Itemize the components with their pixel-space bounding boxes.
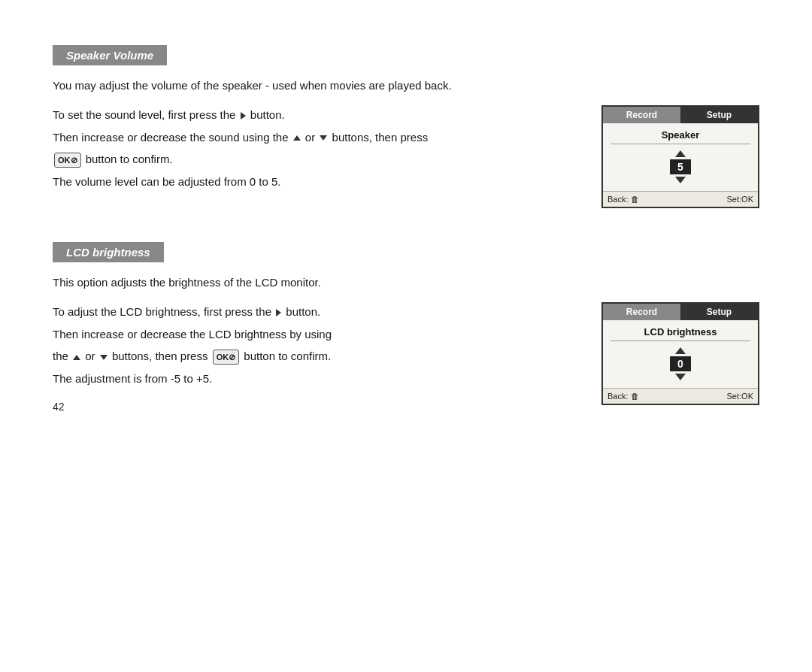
- lcd-brightness-value: 0: [670, 356, 691, 371]
- lcd-brightness-back: Back: 🗑: [607, 392, 639, 401]
- page-number: 42: [53, 401, 65, 413]
- arrow-up-icon-2: [73, 355, 80, 360]
- lcd-brightness-text: To adjust the LCD brightness, first pres…: [53, 302, 579, 391]
- lcd-instruction-3: the or buttons, then press OK⊘ button to…: [53, 347, 579, 366]
- speaker-volume-section: Speaker Volume You may adjust the volume…: [53, 45, 759, 208]
- lcd-brightness-tab-record: Record: [603, 304, 680, 320]
- speaker-lcd-arrow-up: [675, 150, 686, 157]
- speaker-lcd-footer: Back: 🗑 Set:OK: [603, 191, 758, 207]
- lcd-instruction-1: To adjust the LCD brightness, first pres…: [53, 302, 579, 322]
- ok-button-symbol: OK⊘: [54, 153, 81, 168]
- speaker-lcd-title: Speaker: [611, 129, 750, 144]
- speaker-lcd-tabs: Record Setup: [603, 107, 758, 123]
- speaker-lcd-back: Back: 🗑: [607, 195, 639, 204]
- lcd-brightness-lcd-title: LCD brightness: [611, 326, 750, 341]
- lcd-brightness-footer: Back: 🗑 Set:OK: [603, 388, 758, 404]
- arrow-down-icon-2: [100, 355, 108, 360]
- lcd-brightness-value-box: 0: [670, 347, 691, 380]
- speaker-lcd-tab-record: Record: [603, 107, 680, 123]
- lcd-brightness-setok: Set:OK: [727, 392, 753, 401]
- speaker-lcd-setok: Set:OK: [727, 195, 753, 204]
- lcd-brightness-section: LCD brightness This option adjusts the b…: [53, 242, 759, 405]
- lcd-brightness-tabs: Record Setup: [603, 304, 758, 320]
- speaker-lcd-value-box: 5: [670, 150, 691, 183]
- lcd-brightness-title: LCD brightness: [66, 246, 150, 259]
- speaker-instruction-1: To set the sound level, first press the …: [53, 105, 579, 125]
- speaker-lcd-arrow-down: [675, 177, 686, 183]
- speaker-instruction-2: Then increase or decrease the sound usin…: [53, 128, 579, 147]
- trash-icon-2: 🗑: [631, 392, 639, 401]
- lcd-brightness-header: LCD brightness: [53, 242, 164, 262]
- lcd-brightness-content: To adjust the LCD brightness, first pres…: [53, 302, 759, 405]
- speaker-instruction-3: OK⊘ button to confirm.: [53, 150, 579, 169]
- lcd-brightness-arrow-up: [675, 347, 686, 354]
- page: Speaker Volume You may adjust the volume…: [0, 0, 812, 435]
- lcd-brightness-lcd-body: LCD brightness 0: [603, 320, 758, 388]
- arrow-down-icon: [320, 135, 327, 141]
- speaker-lcd-body: Speaker 5: [603, 123, 758, 191]
- lcd-brightness-mockup: Record Setup LCD brightness 0: [601, 302, 759, 405]
- speaker-volume-intro: You may adjust the volume of the speaker…: [53, 79, 759, 92]
- lcd-brightness-tab-setup: Setup: [680, 304, 758, 320]
- speaker-volume-title: Speaker Volume: [66, 49, 153, 62]
- lcd-brightness-intro: This option adjusts the brightness of th…: [53, 276, 759, 289]
- trash-icon: 🗑: [631, 195, 639, 204]
- speaker-lcd-mockup: Record Setup Speaker 5 Bac: [601, 105, 759, 208]
- speaker-lcd-value: 5: [670, 159, 691, 174]
- speaker-lcd-tab-setup: Setup: [680, 107, 758, 123]
- lcd-brightness-arrow-down: [675, 374, 686, 380]
- arrow-right-icon-2: [276, 309, 281, 316]
- lcd-instruction-4: The adjustment is from -5 to +5.: [53, 369, 579, 389]
- speaker-volume-text: To set the sound level, first press the …: [53, 105, 579, 194]
- speaker-instruction-4: The volume level can be adjusted from 0 …: [53, 172, 579, 192]
- arrow-right-icon: [241, 112, 246, 120]
- speaker-volume-content: To set the sound level, first press the …: [53, 105, 759, 208]
- ok-button-symbol-2: OK⊘: [213, 350, 240, 365]
- speaker-volume-header: Speaker Volume: [53, 45, 167, 65]
- arrow-up-icon: [293, 135, 301, 141]
- lcd-instruction-2: Then increase or decrease the LCD bright…: [53, 325, 579, 344]
